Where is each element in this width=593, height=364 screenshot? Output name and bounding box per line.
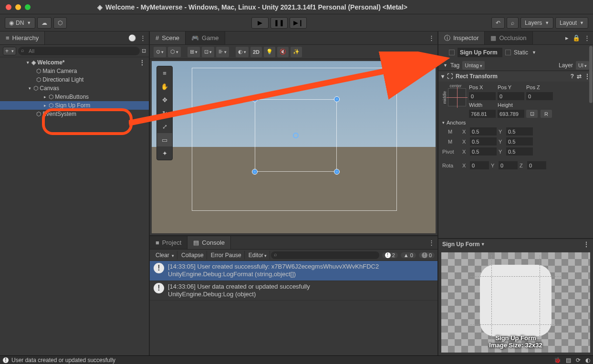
layers-dropdown[interactable]: Layers▼ bbox=[520, 17, 553, 29]
tab-hierarchy[interactable]: ≡ Hierarchy bbox=[0, 31, 45, 44]
height-input[interactable] bbox=[498, 110, 524, 118]
expand-arrow-icon[interactable]: ▾ bbox=[441, 73, 444, 80]
menu-icon[interactable]: ⋮ bbox=[584, 34, 590, 42]
chevron-down-icon[interactable]: ▼ bbox=[532, 50, 536, 55]
error-badge[interactable]: !0 bbox=[419, 252, 435, 258]
expand-arrow-icon[interactable]: ▾ bbox=[29, 86, 33, 91]
handle-bl[interactable] bbox=[252, 169, 258, 175]
collapse-icon[interactable]: ⊡ bbox=[142, 48, 146, 54]
pause-button[interactable]: ❚❚ bbox=[270, 17, 288, 29]
handle-br[interactable] bbox=[334, 169, 340, 175]
anchor-max-y-input[interactable] bbox=[506, 137, 533, 146]
increment-button[interactable]: ⊪▾ bbox=[216, 47, 229, 57]
menu-icon[interactable]: ⋮ bbox=[583, 241, 589, 248]
create-button[interactable]: +▾ bbox=[3, 47, 16, 55]
handle-tr[interactable] bbox=[334, 96, 340, 102]
scale-tool[interactable]: ⤢ bbox=[157, 120, 172, 133]
debug-icon[interactable]: 🐞 bbox=[554, 357, 561, 364]
move-tool[interactable]: ✥ bbox=[157, 93, 172, 106]
close-window-button[interactable] bbox=[6, 4, 11, 10]
2d-toggle[interactable]: 2D bbox=[250, 47, 262, 57]
expand-arrow-icon[interactable]: ▸ bbox=[44, 94, 49, 99]
help-icon[interactable]: ? bbox=[571, 73, 574, 80]
expand-arrow-icon[interactable]: ▾ bbox=[27, 60, 31, 65]
menu-icon[interactable]: ⋮ bbox=[428, 239, 435, 246]
scene-viewport[interactable]: ≡ ✋ ✥ ↻ ⤢ ▭ ✦ bbox=[152, 61, 436, 233]
expand-arrow-icon[interactable]: ▸ bbox=[44, 103, 49, 108]
raw-edit-button[interactable]: R bbox=[541, 110, 552, 118]
static-checkbox[interactable] bbox=[505, 50, 511, 55]
rot-z-input[interactable] bbox=[527, 161, 546, 169]
clear-button[interactable]: Clear ▾ bbox=[153, 251, 177, 260]
expand-icon[interactable]: ▸ bbox=[565, 34, 569, 42]
tab-game[interactable]: 🎮Game bbox=[186, 31, 225, 44]
anchor-preset-button[interactable] bbox=[448, 88, 466, 106]
chevron-down-icon[interactable]: ▼ bbox=[443, 63, 447, 68]
handle-center[interactable] bbox=[293, 133, 299, 138]
snap-button[interactable]: ⊡▾ bbox=[202, 47, 214, 57]
pivot-y-input[interactable] bbox=[506, 147, 533, 156]
gameobject-name-input[interactable] bbox=[458, 48, 502, 57]
cache-icon[interactable]: ⟳ bbox=[576, 357, 581, 364]
expand-arrow-icon[interactable]: ▾ bbox=[442, 120, 445, 125]
collapse-toggle[interactable]: Collapse bbox=[178, 251, 207, 260]
search-button[interactable]: ⌕ bbox=[507, 17, 519, 29]
anchor-min-y-input[interactable] bbox=[506, 127, 533, 135]
hierarchy-search-input[interactable] bbox=[18, 47, 140, 55]
info-badge[interactable]: !2 bbox=[382, 252, 398, 258]
transform-tool[interactable]: ✦ bbox=[157, 146, 172, 160]
tab-inspector[interactable]: ⓘInspector bbox=[438, 31, 485, 44]
tab-project[interactable]: ■Project bbox=[150, 236, 187, 249]
warning-badge[interactable]: ▲0 bbox=[401, 252, 416, 258]
posy-input[interactable] bbox=[498, 92, 524, 100]
audio-toggle[interactable]: 🔇 bbox=[277, 47, 289, 57]
layout-dropdown[interactable]: Layout▼ bbox=[555, 17, 588, 29]
hierarchy-item[interactable]: ▾⬡ Canvas bbox=[0, 84, 149, 93]
shading-button[interactable]: ◐▾ bbox=[236, 47, 249, 57]
hierarchy-item[interactable]: ▸⬡ MenuButtons bbox=[0, 93, 149, 101]
maximize-window-button[interactable] bbox=[25, 4, 31, 10]
menu-icon[interactable]: ⋮ bbox=[139, 59, 145, 66]
account-button[interactable]: ◉ DN ▼ bbox=[5, 17, 35, 29]
posz-input[interactable] bbox=[526, 92, 553, 100]
cloud-button[interactable]: ☁ bbox=[37, 17, 52, 29]
progress-icon[interactable]: ◐ bbox=[585, 357, 590, 364]
blueprint-button[interactable]: ⊡ bbox=[526, 110, 538, 118]
rotate-tool[interactable]: ↻ bbox=[157, 106, 172, 120]
width-input[interactable] bbox=[469, 110, 496, 118]
space-button[interactable]: ⬡▾ bbox=[168, 47, 181, 57]
tag-dropdown[interactable]: Untag▾ bbox=[462, 61, 484, 70]
hierarchy-item[interactable]: ⬡ Directional Light bbox=[0, 75, 149, 84]
console-entry[interactable]: ! [14:33:05] User created successfully: … bbox=[150, 261, 437, 281]
handle-tl[interactable] bbox=[252, 96, 258, 102]
tab-console[interactable]: ▤Console bbox=[187, 236, 231, 249]
hand-tool[interactable]: ✋ bbox=[157, 80, 172, 93]
tab-occlusion[interactable]: ▦Occlusion bbox=[485, 31, 532, 44]
lock-icon[interactable]: ⚪ bbox=[128, 34, 136, 42]
anchor-max-x-input[interactable] bbox=[470, 137, 497, 146]
lighting-toggle[interactable]: 💡 bbox=[264, 47, 275, 57]
console-search-input[interactable] bbox=[271, 251, 379, 259]
editor-dropdown[interactable]: Editor▾ bbox=[246, 251, 270, 260]
anchor-min-x-input[interactable] bbox=[470, 127, 497, 135]
grid-settings-button[interactable]: ⊞▾ bbox=[187, 47, 200, 57]
activity-icon[interactable]: ▤ bbox=[566, 357, 571, 364]
scene-row[interactable]: ▾ ◈ Welcome* ⋮ bbox=[0, 58, 149, 67]
menu-icon[interactable]: ⋮ bbox=[428, 34, 435, 42]
preset-icon[interactable]: ⇄ bbox=[577, 73, 582, 80]
rot-y-input[interactable] bbox=[499, 161, 518, 169]
effects-toggle[interactable]: ✨ bbox=[291, 47, 302, 57]
preview-header[interactable]: Sign Up Form ▼ ⋮ bbox=[438, 239, 593, 250]
hierarchy-item[interactable]: ⬡ Main Camera bbox=[0, 67, 149, 75]
active-checkbox[interactable] bbox=[449, 50, 455, 55]
inspector-scrollbar[interactable] bbox=[589, 46, 593, 103]
step-button[interactable]: ▶❙ bbox=[290, 17, 307, 29]
pivot-x-input[interactable] bbox=[470, 147, 497, 156]
layer-dropdown[interactable]: UI▾ bbox=[576, 61, 589, 70]
minimize-window-button[interactable] bbox=[15, 4, 21, 10]
tab-scene[interactable]: #Scene bbox=[150, 31, 186, 44]
drag-handle[interactable]: ≡ bbox=[157, 66, 172, 80]
pivot-button[interactable]: ⊙▾ bbox=[154, 47, 166, 57]
menu-icon[interactable]: ⋮ bbox=[140, 34, 146, 42]
rect-tool[interactable]: ▭ bbox=[157, 133, 172, 146]
